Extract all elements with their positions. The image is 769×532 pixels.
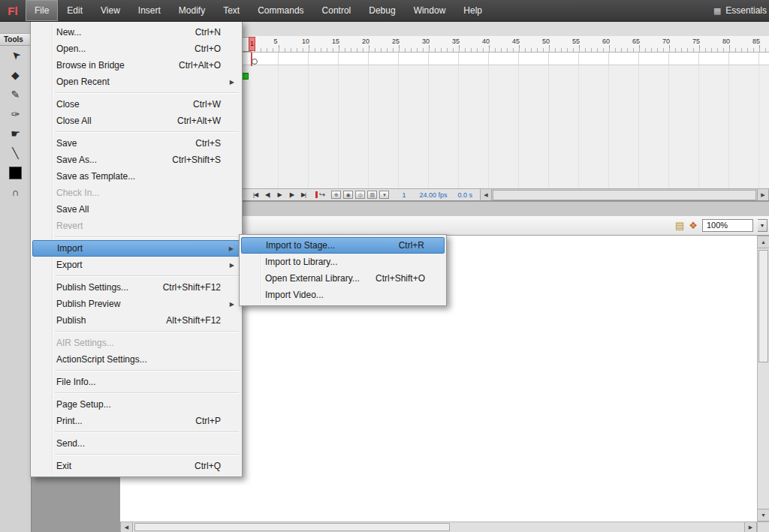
menubar-item-window[interactable]: Window	[405, 0, 455, 21]
edit-symbols-button[interactable]: ❖	[689, 220, 698, 231]
app-logo[interactable]: Fl	[0, 0, 26, 21]
frame-rate-value[interactable]: 24.00 fps	[419, 191, 447, 199]
menubar-item-insert[interactable]: Insert	[129, 0, 170, 21]
menu-item-shortcut: Ctrl+S	[195, 138, 221, 149]
menubar-item-edit[interactable]: Edit	[58, 0, 92, 21]
onion-skin-outlines-button[interactable]: ◎	[355, 191, 365, 199]
onion-skin-button[interactable]: ◉	[343, 191, 353, 199]
menu-item-label: Close	[56, 99, 178, 110]
menu-item-open-recent[interactable]: Open Recent▶	[32, 74, 240, 90]
menubar-item-text[interactable]: Text	[214, 0, 249, 21]
menu-item-publish-preview[interactable]: Publish Preview▶	[32, 296, 240, 312]
menu-item-save[interactable]: SaveCtrl+S	[32, 135, 240, 152]
ruler-number: 70	[662, 38, 670, 45]
menubar-item-control[interactable]: Control	[313, 0, 360, 21]
step-forward-button[interactable]: |▶	[285, 191, 297, 198]
menu-item-close-all[interactable]: Close AllCtrl+Alt+W	[32, 113, 240, 129]
timeline-scroll-track[interactable]	[492, 189, 757, 201]
elapsed-time-value[interactable]: 0.0 s	[457, 191, 472, 199]
ruler-number: 45	[512, 38, 520, 45]
menubar-item-help[interactable]: Help	[454, 0, 491, 21]
menubar-item-view[interactable]: View	[92, 0, 129, 21]
menu-separator	[55, 370, 239, 371]
tools-panel-grip[interactable]	[0, 21, 31, 34]
go-to-first-frame-button[interactable]: |◀	[249, 191, 261, 198]
ruler-number: 80	[722, 38, 730, 45]
menu-item-save-as[interactable]: Save As...Ctrl+Shift+S	[32, 152, 240, 168]
menu-item-label: Import Video...	[265, 290, 425, 300]
edit-multiple-frames-button[interactable]: ▥	[367, 191, 377, 199]
scroll-down-icon[interactable]: ▼	[758, 509, 769, 521]
menu-item-open-external-library[interactable]: Open External Library...Ctrl+Shift+O	[241, 270, 445, 287]
menu-item-import[interactable]: Import▶	[32, 240, 240, 257]
menu-item-close[interactable]: CloseCtrl+W	[32, 96, 240, 113]
brush-tool-icon[interactable]: ✑	[0, 104, 31, 124]
timeline-scrollbar[interactable]: ◀ ▶	[480, 189, 769, 201]
line-tool-icon[interactable]: ╲	[0, 143, 31, 163]
hand-tool-icon[interactable]: ☛	[0, 124, 31, 143]
vertical-scrollbar[interactable]: ▲ ▼	[757, 236, 769, 521]
modify-markers-button[interactable]: ▾	[379, 191, 389, 199]
menu-item-export[interactable]: Export▶	[32, 257, 240, 273]
fill-color-swatch[interactable]	[0, 163, 31, 182]
menu-item-label: Open External Library...	[265, 273, 360, 284]
menubar-item-commands[interactable]: Commands	[249, 0, 312, 21]
transport-controls: |◀◀|▶|▶▶|	[249, 191, 309, 198]
menu-item-import-video[interactable]: Import Video...	[241, 287, 445, 303]
menu-item-save-as-template[interactable]: Save as Template...	[32, 168, 240, 185]
menu-item-send[interactable]: Send...	[32, 435, 240, 452]
scroll-right-icon[interactable]: ▶	[744, 522, 757, 532]
play-button[interactable]: ▶	[273, 191, 285, 198]
snap-tool-icon[interactable]: ∩	[0, 182, 31, 202]
menubar-item-modify[interactable]: Modify	[170, 0, 214, 21]
workspace-switcher[interactable]: ▦ Essentials	[713, 0, 769, 21]
menu-item-shortcut: Alt+Shift+F12	[166, 315, 221, 326]
menu-item-new[interactable]: New...Ctrl+N	[32, 24, 240, 41]
menubar-item-file[interactable]: File	[26, 0, 58, 21]
horizontal-scroll-track[interactable]	[133, 522, 744, 532]
vertical-scroll-thumb[interactable]	[758, 250, 768, 362]
menu-item-print[interactable]: Print...Ctrl+P	[32, 413, 240, 429]
frame-grid-lines	[249, 53, 769, 65]
onion-skin-controls: ⊕◉◎▥▾	[331, 191, 391, 199]
edit-scene-button[interactable]: ▤	[675, 220, 684, 231]
hand-tool-icon: ☛	[11, 128, 20, 140]
current-frame-value[interactable]: 1	[402, 191, 406, 199]
horizontal-scrollbar[interactable]: ◀ ▶	[120, 521, 757, 532]
loop-control[interactable]: ↪	[315, 191, 325, 199]
playhead[interactable]: 1	[249, 37, 255, 51]
menubar-item-debug[interactable]: Debug	[360, 0, 404, 21]
menu-item-exit[interactable]: ExitCtrl+Q	[32, 458, 240, 474]
scroll-up-icon[interactable]: ▲	[758, 236, 769, 248]
vertical-scroll-track[interactable]	[758, 248, 769, 509]
menu-item-browse-in-bridge[interactable]: Browse in BridgeCtrl+Alt+O	[32, 57, 240, 74]
ruler-number: 35	[452, 38, 460, 45]
menu-item-label: Publish Settings...	[56, 282, 148, 293]
menu-item-page-setup[interactable]: Page Setup...	[32, 396, 240, 413]
selection-tool-icon: ➤	[8, 48, 23, 63]
menu-item-import-to-stage[interactable]: Import to Stage...Ctrl+R	[241, 237, 445, 254]
menu-item-open[interactable]: Open...Ctrl+O	[32, 41, 240, 57]
zoom-level-input[interactable]: 100%	[702, 219, 753, 232]
menu-item-label: Open Recent	[56, 77, 221, 87]
timeline-scroll-thumb[interactable]	[493, 190, 756, 200]
menu-item-file-info[interactable]: File Info...	[32, 374, 240, 390]
menu-item-actionscript-settings[interactable]: ActionScript Settings...	[32, 351, 240, 368]
horizontal-scroll-thumb[interactable]	[134, 523, 450, 531]
menu-item-save-all[interactable]: Save All	[32, 201, 240, 218]
scroll-left-icon[interactable]: ◀	[480, 189, 492, 201]
selection-tool-icon[interactable]: ➤	[0, 46, 31, 65]
center-frame-button[interactable]: ⊕	[331, 191, 341, 199]
menu-item-publish-settings[interactable]: Publish Settings...Ctrl+Shift+F12	[32, 279, 240, 296]
scroll-left-icon[interactable]: ◀	[120, 522, 133, 532]
pencil-tool-icon[interactable]: ✎	[0, 85, 31, 104]
scrollbar-corner	[757, 521, 769, 532]
ink-bottle-tool-icon[interactable]: ◆	[0, 65, 31, 85]
menu-item-import-to-library[interactable]: Import to Library...	[241, 254, 445, 270]
go-to-last-frame-button[interactable]: ▶|	[297, 191, 309, 198]
scroll-right-icon[interactable]: ▶	[757, 189, 769, 201]
zoom-dropdown-button[interactable]: ▼	[758, 219, 767, 232]
layer-color-swatch	[242, 73, 249, 80]
menu-item-publish[interactable]: PublishAlt+Shift+F12	[32, 312, 240, 329]
step-back-button[interactable]: ◀|	[261, 191, 273, 198]
